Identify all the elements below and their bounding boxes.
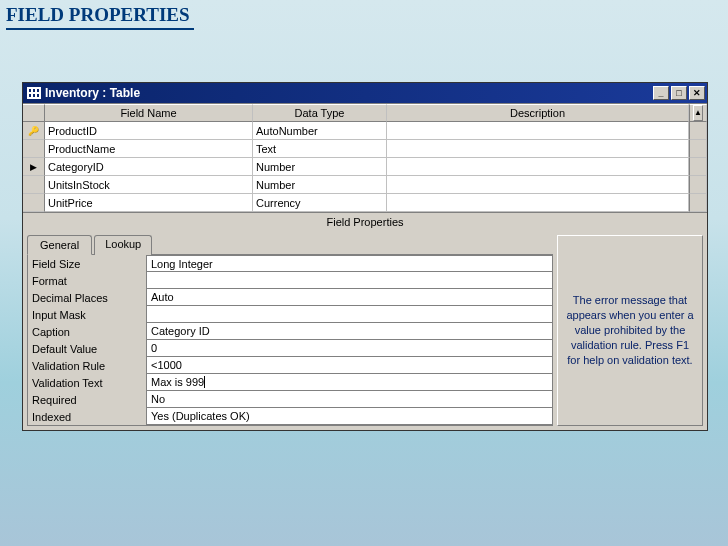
page-title: FIELD PROPERTIES <box>6 4 194 30</box>
cell-fieldname[interactable]: CategoryID <box>45 158 253 176</box>
row-selector[interactable]: ▶ <box>23 158 45 176</box>
field-properties-pane: General Lookup Field SizeLong IntegerFor… <box>23 231 707 430</box>
scrollbar-track[interactable] <box>689 194 707 212</box>
cell-description[interactable] <box>387 140 689 158</box>
table-row[interactable]: ▶CategoryIDNumber <box>23 158 707 176</box>
property-label: Field Size <box>28 255 146 272</box>
property-row: Input Mask <box>28 306 552 323</box>
property-sheet: Field SizeLong IntegerFormatDecimal Plac… <box>27 254 553 426</box>
property-label: Indexed <box>28 408 146 425</box>
scrollbar-track[interactable] <box>689 140 707 158</box>
scrollbar-track[interactable] <box>689 122 707 140</box>
cell-datatype[interactable]: AutoNumber <box>253 122 387 140</box>
titlebar[interactable]: Inventory : Table _ □ ✕ <box>23 83 707 103</box>
table-design-window: Inventory : Table _ □ ✕ Field Name Data … <box>22 82 708 431</box>
property-row: CaptionCategory ID <box>28 323 552 340</box>
text-cursor <box>204 376 205 388</box>
cell-description[interactable] <box>387 194 689 212</box>
property-label: Caption <box>28 323 146 340</box>
scroll-up-button[interactable]: ▲ <box>693 105 703 121</box>
property-value[interactable]: 0 <box>146 340 552 357</box>
property-label: Required <box>28 391 146 408</box>
property-label: Input Mask <box>28 306 146 323</box>
property-value[interactable]: Long Integer <box>146 255 552 272</box>
cell-description[interactable] <box>387 122 689 140</box>
cell-datatype[interactable]: Currency <box>253 194 387 212</box>
property-row: Validation Rule<1000 <box>28 357 552 374</box>
cell-fieldname[interactable]: UnitsInStock <box>45 176 253 194</box>
property-row: Default Value0 <box>28 340 552 357</box>
window-title: Inventory : Table <box>45 86 653 100</box>
cell-description[interactable] <box>387 176 689 194</box>
cell-description[interactable] <box>387 158 689 176</box>
row-selector[interactable] <box>23 176 45 194</box>
cell-datatype[interactable]: Text <box>253 140 387 158</box>
table-row[interactable]: UnitsInStockNumber <box>23 176 707 194</box>
col-header-description[interactable]: Description <box>387 104 689 122</box>
property-value[interactable]: Auto <box>146 289 552 306</box>
cell-fieldname[interactable]: ProductID <box>45 122 253 140</box>
scrollbar-track: ▲ <box>689 104 707 122</box>
property-label: Validation Rule <box>28 357 146 374</box>
property-row: Field SizeLong Integer <box>28 255 552 272</box>
property-value[interactable]: Max is 999 <box>146 374 552 391</box>
help-text: The error message that appears when you … <box>564 293 696 367</box>
property-row: RequiredNo <box>28 391 552 408</box>
col-header-fieldname[interactable]: Field Name <box>45 104 253 122</box>
cell-datatype[interactable]: Number <box>253 158 387 176</box>
property-value[interactable]: Category ID <box>146 323 552 340</box>
table-row[interactable]: ProductNameText <box>23 140 707 158</box>
maximize-button[interactable]: □ <box>671 86 687 100</box>
current-row-icon: ▶ <box>30 162 37 172</box>
table-row[interactable]: UnitPriceCurrency <box>23 194 707 212</box>
property-row: Decimal PlacesAuto <box>28 289 552 306</box>
primary-key-icon: 🔑 <box>28 126 39 136</box>
property-row: Format <box>28 272 552 289</box>
property-row: IndexedYes (Duplicates OK) <box>28 408 552 425</box>
property-value[interactable] <box>146 272 552 289</box>
cell-fieldname[interactable]: ProductName <box>45 140 253 158</box>
property-label: Validation Text <box>28 374 146 391</box>
tab-general[interactable]: General <box>27 235 92 255</box>
property-value[interactable]: No <box>146 391 552 408</box>
property-label: Format <box>28 272 146 289</box>
field-properties-header: Field Properties <box>23 212 707 231</box>
scrollbar-track[interactable] <box>689 158 707 176</box>
property-label: Default Value <box>28 340 146 357</box>
table-row[interactable]: 🔑ProductIDAutoNumber <box>23 122 707 140</box>
field-grid: Field Name Data Type Description ▲ 🔑Prod… <box>23 103 707 212</box>
close-button[interactable]: ✕ <box>689 86 705 100</box>
cell-datatype[interactable]: Number <box>253 176 387 194</box>
property-value[interactable] <box>146 306 552 323</box>
row-selector-header[interactable] <box>23 104 45 122</box>
help-panel: The error message that appears when you … <box>557 235 703 426</box>
col-header-datatype[interactable]: Data Type <box>253 104 387 122</box>
property-row: Validation TextMax is 999 <box>28 374 552 391</box>
property-value[interactable]: Yes (Duplicates OK) <box>146 408 552 425</box>
minimize-button[interactable]: _ <box>653 86 669 100</box>
datasheet-icon <box>27 87 41 99</box>
row-selector[interactable] <box>23 140 45 158</box>
property-label: Decimal Places <box>28 289 146 306</box>
cell-fieldname[interactable]: UnitPrice <box>45 194 253 212</box>
tab-lookup[interactable]: Lookup <box>94 235 152 255</box>
row-selector[interactable] <box>23 194 45 212</box>
row-selector[interactable]: 🔑 <box>23 122 45 140</box>
scrollbar-track[interactable] <box>689 176 707 194</box>
property-value[interactable]: <1000 <box>146 357 552 374</box>
